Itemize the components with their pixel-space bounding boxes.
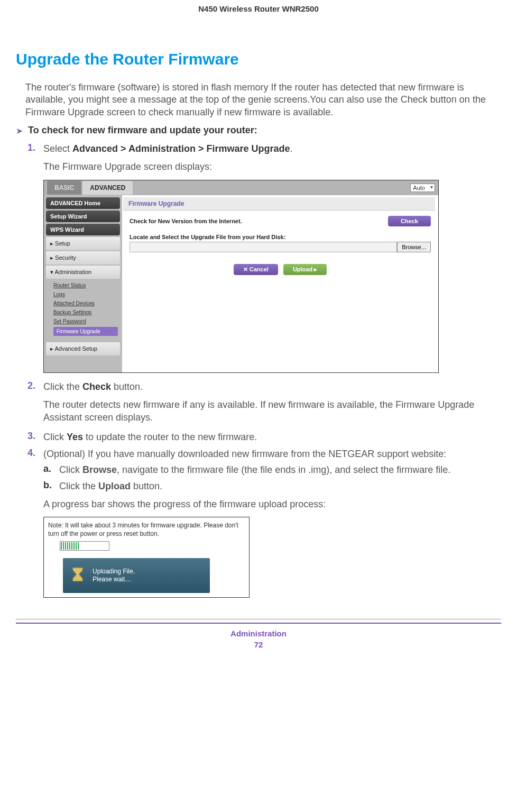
cancel-button[interactable]: ✕ Cancel [234, 264, 278, 275]
sidebar-sub-logs[interactable]: Logs [53, 290, 120, 299]
sidebar-item-setup[interactable]: ▸ Setup [46, 237, 120, 250]
doc-header: N450 Wireless Router WNR2500 [16, 0, 501, 34]
sidebar-item-advanced-home[interactable]: ADVANCED Home [46, 197, 120, 209]
sidebar-sub-backup-settings[interactable]: Backup Settings [53, 308, 120, 317]
browse-button[interactable]: Browse... [397, 242, 431, 252]
progress-note: Note: It will take about 3 minutes for f… [48, 522, 245, 538]
step-followup: The Firmware Upgrade screen displays: [43, 160, 501, 173]
step-text: Click the Check button. [43, 380, 143, 393]
sidebar-sub-set-password[interactable]: Set Password [53, 317, 120, 326]
sidebar-item-wps-wizard[interactable]: WPS Wizard [46, 224, 120, 235]
progress-intro: A progress bar shows the progress of the… [43, 498, 501, 510]
task-title: To check for new firmware and update you… [28, 125, 257, 136]
intro-paragraph: The router's firmware (software) is stor… [25, 81, 501, 118]
step-text: Click Yes to update the router to the ne… [43, 431, 257, 443]
file-path-input[interactable] [130, 242, 397, 252]
substep-letter: b. [43, 480, 59, 492]
sidebar-item-administration[interactable]: ▾ Administration [46, 266, 120, 279]
step-number: 1. [27, 142, 43, 155]
check-label: Check for New Version from the Internet. [130, 218, 388, 224]
uploading-line2: Please wait… [93, 576, 135, 584]
step-text: (Optional) If you have manually download… [43, 448, 446, 460]
sidebar: ADVANCED Home Setup Wizard WPS Wizard ▸ … [44, 195, 122, 372]
section-heading: Upgrade the Router Firmware [16, 50, 501, 68]
uploading-line1: Uploading File, [93, 568, 135, 576]
sidebar-item-advanced-setup[interactable]: ▸ Advanced Setup [46, 342, 120, 355]
hourglass-icon [70, 567, 85, 585]
sidebar-sub-attached-devices[interactable]: Attached Devices [53, 299, 120, 308]
uploading-panel: Uploading File, Please wait… [63, 558, 210, 593]
sidebar-item-setup-wizard[interactable]: Setup Wizard [46, 211, 120, 222]
step-text: Select Advanced > Administration > Firmw… [43, 142, 292, 155]
progress-bar [60, 541, 109, 551]
substep-text: Click the Upload button. [59, 480, 162, 492]
tab-advanced[interactable]: ADVANCED [82, 181, 133, 195]
locate-label: Locate and Select the Upgrade File from … [130, 234, 431, 240]
progress-screenshot: Note: It will take about 3 minutes for f… [43, 517, 250, 598]
sidebar-sub-router-status[interactable]: Router Status [53, 281, 120, 290]
language-dropdown[interactable]: Auto [410, 184, 435, 192]
step-number: 3. [27, 431, 43, 443]
step-number: 2. [27, 380, 43, 393]
footer-page-number: 72 [16, 640, 501, 649]
tab-basic[interactable]: BASIC [47, 181, 81, 195]
sidebar-sub-firmware-upgrade[interactable]: Firmware Upgrade [53, 327, 118, 336]
check-button[interactable]: Check [388, 216, 431, 226]
step-number: 4. [27, 448, 43, 460]
page-footer: Administration 72 [16, 619, 501, 649]
upload-button[interactable]: Upload ▸ [283, 264, 327, 275]
panel-title: Firmware Upgrade [123, 197, 435, 211]
step-followup: The router detects new firmware if any i… [43, 398, 501, 424]
substep-letter: a. [43, 463, 59, 476]
router-ui-screenshot: BASIC ADVANCED Auto ADVANCED Home Setup … [43, 180, 439, 373]
substep-text: Click Browse, navigate to the firmware f… [59, 463, 450, 476]
footer-section-label: Administration [16, 629, 501, 638]
chevron-icon: ➤ [16, 126, 23, 136]
sidebar-item-security[interactable]: ▸ Security [46, 251, 120, 264]
